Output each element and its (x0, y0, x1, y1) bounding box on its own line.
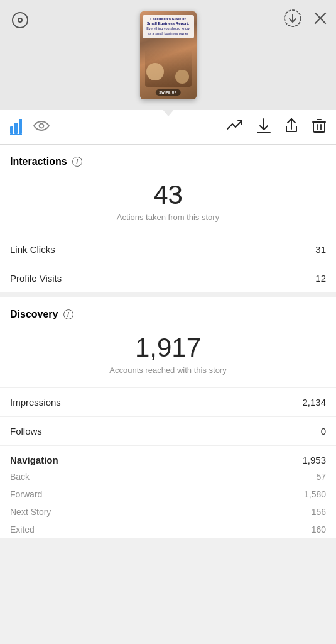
impressions-label: Impressions (10, 397, 61, 408)
analytics-tab[interactable] (10, 119, 22, 135)
follows-label: Follows (10, 426, 42, 436)
share-icon[interactable] (285, 118, 298, 136)
discovery-title: Discovery (10, 309, 58, 320)
exited-label: Exited (10, 525, 35, 535)
next-story-label: Next Story (10, 507, 51, 517)
content-area: Interactions i 43 Actions taken from thi… (0, 145, 336, 538)
discovery-section-header: Discovery i (0, 297, 336, 320)
interactions-section-header: Interactions i (0, 145, 336, 167)
interactions-total: 43 (0, 167, 336, 213)
exited-row: Exited 160 (0, 521, 336, 538)
story-preview-area: Facebook's State of Small Business Repor… (0, 0, 336, 110)
impressions-row: Impressions 2,134 (0, 387, 336, 416)
next-story-row: Next Story 156 (0, 503, 336, 521)
profile-visits-value: 12 (315, 273, 326, 284)
svg-rect-10 (313, 122, 325, 132)
thumbnail-arrow (162, 109, 175, 116)
navigation-label: Navigation (10, 455, 58, 465)
back-row: Back 57 (0, 468, 336, 486)
svg-point-6 (40, 124, 44, 128)
trending-up-icon[interactable] (227, 119, 243, 135)
navigation-value: 1,953 (302, 455, 326, 465)
interactions-title: Interactions (10, 156, 67, 167)
link-clicks-label: Link Clicks (10, 244, 55, 255)
download-icon[interactable] (257, 118, 271, 136)
next-story-value: 156 (312, 507, 326, 517)
settings-icon[interactable] (11, 11, 29, 31)
link-clicks-row: Link Clicks 31 (0, 235, 336, 264)
eye-icon[interactable] (33, 120, 50, 134)
section-divider (0, 292, 336, 297)
story-overlay-text: Facebook's State of Small Business Repor… (143, 15, 194, 38)
back-label: Back (10, 472, 30, 482)
svg-point-1 (18, 18, 22, 22)
delete-icon[interactable] (312, 118, 326, 136)
forward-row: Forward 1,580 (0, 486, 336, 503)
forward-label: Forward (10, 489, 42, 499)
navigation-row: Navigation 1,953 (0, 445, 336, 468)
follows-row: Follows 0 (0, 416, 336, 445)
exited-value: 160 (312, 525, 326, 535)
interactions-total-label: Actions taken from this story (0, 213, 336, 235)
svg-point-0 (13, 13, 28, 28)
swipe-up-label: SWIPE UP (155, 89, 180, 96)
close-icon[interactable] (313, 11, 327, 28)
interactions-info-icon[interactable]: i (72, 157, 82, 167)
download-circle-icon[interactable] (283, 9, 302, 30)
discovery-total-label: Accounts reached with this story (0, 365, 336, 387)
discovery-info-icon[interactable]: i (63, 309, 73, 319)
impressions-value: 2,134 (302, 397, 326, 408)
forward-value: 1,580 (304, 489, 326, 499)
profile-visits-row: Profile Visits 12 (0, 264, 336, 292)
back-value: 57 (316, 472, 326, 482)
profile-visits-label: Profile Visits (10, 273, 62, 284)
top-right-actions (283, 9, 327, 30)
link-clicks-value: 31 (315, 244, 326, 255)
story-thumbnail: Facebook's State of Small Business Repor… (140, 11, 197, 99)
discovery-total: 1,917 (0, 320, 336, 365)
follows-value: 0 (321, 426, 326, 436)
bar-chart-icon (10, 119, 22, 134)
